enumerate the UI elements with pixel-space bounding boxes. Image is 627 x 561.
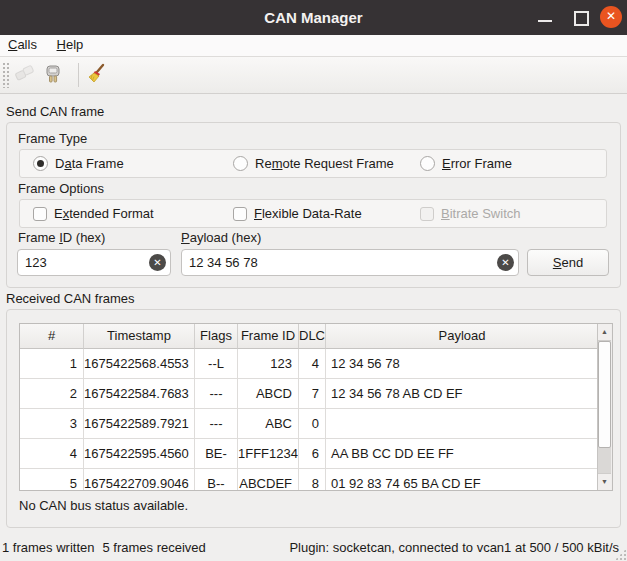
menu-calls[interactable]: Calls [0,35,45,55]
can-manager-window: { "window": { "title": "CAN Manager" }, … [0,0,627,561]
radio-error-frame[interactable]: Error Frame [420,150,512,177]
frames-written-text: 1 frames written [2,535,94,561]
column-header-index[interactable]: # [20,324,84,349]
clear-icon [86,63,108,88]
table-row[interactable]: 1 1675422568.4553 --L 123 4 12 34 56 78 [20,349,598,379]
titlebar[interactable]: CAN Manager ✕ [0,0,627,35]
checkbox-extended-format[interactable]: Extended Format [33,200,154,227]
checkbox-flexible-data-rate[interactable]: Flexible Data-Rate [233,200,362,227]
toolbar [0,57,627,94]
column-header-flags[interactable]: Flags [195,324,238,349]
cell-frame-id: 1FFF1234 [238,439,299,469]
cell-frame-id: ABCD [238,379,299,409]
minimize-button[interactable] [538,20,552,22]
cell-index: 4 [20,439,84,469]
frame-options-row: Extended Format Flexible Data-Rate Bitra… [19,199,607,228]
cell-timestamp: 1675422568.4553 [84,349,195,379]
disconnect-button[interactable] [40,62,66,88]
frame-id-input[interactable] [17,249,171,276]
column-header-dlc[interactable]: DLC [299,324,326,349]
menubar: Calls Help [0,35,627,57]
cell-payload: AA BB CC DD EE FF [326,439,598,469]
scroll-down-icon[interactable]: ▼ [598,473,611,490]
checkbox-unchecked-icon [233,207,247,221]
close-button[interactable]: ✕ [600,6,622,28]
toolbar-separator [78,63,79,87]
frame-id-clear-icon[interactable]: ✕ [149,254,166,271]
table-row[interactable]: 5 1675422709.9046 B-- ABCDEF 8 01 92 83 … [20,469,598,490]
column-header-timestamp[interactable]: Timestamp [84,324,195,349]
cell-payload: 12 34 56 78 AB CD EF [326,379,598,409]
radio-unchecked-icon [420,156,435,171]
cell-index: 3 [20,409,84,439]
plugin-status-text: Plugin: socketcan, connected to vcan1 at… [289,535,619,561]
cell-index: 2 [20,379,84,409]
frame-counters: 1 frames written 5 frames received [2,535,206,561]
cell-flags: BE- [195,439,238,469]
payload-clear-icon[interactable]: ✕ [497,254,514,271]
radio-unchecked-icon [233,156,248,171]
cell-flags: --- [195,379,238,409]
statusbar: 1 frames written 5 frames received Plugi… [0,535,627,561]
received-frames-groupbox: # Timestamp Flags Frame ID DLC Payload 1… [6,309,621,528]
connect-button [12,62,38,88]
cell-timestamp: 1675422589.7921 [84,409,195,439]
bus-status-text: No CAN bus status available. [19,498,188,513]
frames-received-text: 5 frames received [102,535,205,561]
frame-type-label: Frame Type [18,131,87,146]
maximize-button[interactable] [574,11,589,26]
cell-payload [326,409,598,439]
radio-remote-request-frame[interactable]: Remote Request Frame [233,150,394,177]
table-viewport: # Timestamp Flags Frame ID DLC Payload 1… [20,324,598,490]
column-header-frame-id[interactable]: Frame ID [238,324,299,349]
payload-input[interactable] [181,249,519,276]
frame-type-row: Data Frame Remote Request Frame Error Fr… [19,149,607,178]
table-row[interactable]: 3 1675422589.7921 --- ABC 0 [20,409,598,439]
table-scrollbar[interactable]: ▲ ▼ [597,324,612,490]
frame-id-label: Frame ID (hex) [18,230,105,245]
cell-timestamp: 1675422584.7683 [84,379,195,409]
cell-flags: --L [195,349,238,379]
received-frames-table[interactable]: # Timestamp Flags Frame ID DLC Payload 1… [19,323,613,491]
scroll-up-icon[interactable]: ▲ [598,324,611,341]
cell-frame-id: ABCDEF [238,469,299,490]
radio-data-frame[interactable]: Data Frame [33,150,124,177]
toolbar-drag-handle[interactable] [2,62,10,88]
cell-dlc: 4 [299,349,326,379]
table-header-row: # Timestamp Flags Frame ID DLC Payload [20,324,598,349]
cell-frame-id: ABC [238,409,299,439]
send-button[interactable]: Send [527,249,609,276]
connect-icon [14,63,36,88]
checkbox-label: Bitrate Switch [441,206,520,221]
radio-label: Error Frame [442,156,512,171]
send-frame-groupbox: Frame Type Data Frame Remote Request Fra… [6,122,621,288]
cell-index: 1 [20,349,84,379]
cell-flags: --- [195,409,238,439]
checkbox-label: Extended Format [54,206,154,221]
window-title: CAN Manager [0,0,627,35]
cell-timestamp: 1675422709.9046 [84,469,195,490]
scrollbar-thumb[interactable] [598,341,611,448]
cell-payload: 01 92 83 74 65 BA CD EF [326,469,598,490]
checkbox-unchecked-icon [33,207,47,221]
cell-dlc: 8 [299,469,326,490]
clear-button[interactable] [84,62,110,88]
cell-flags: B-- [195,469,238,490]
checkbox-bitrate-switch: Bitrate Switch [420,200,520,227]
send-section-title: Send CAN frame [6,104,104,119]
frame-options-label: Frame Options [18,181,104,196]
payload-label: Payload (hex) [181,230,261,245]
cell-dlc: 0 [299,409,326,439]
cell-dlc: 7 [299,379,326,409]
disconnect-icon [42,63,64,88]
menu-help[interactable]: Help [49,35,92,55]
radio-label: Remote Request Frame [255,156,394,171]
cell-index: 5 [20,469,84,490]
table-row[interactable]: 4 1675422595.4560 BE- 1FFF1234 6 AA BB C… [20,439,598,469]
radio-label: Data Frame [55,156,124,171]
table-row[interactable]: 2 1675422584.7683 --- ABCD 7 12 34 56 78… [20,379,598,409]
cell-dlc: 6 [299,439,326,469]
checkbox-label: Flexible Data-Rate [254,206,362,221]
cell-payload: 12 34 56 78 [326,349,598,379]
column-header-payload[interactable]: Payload [326,324,598,349]
